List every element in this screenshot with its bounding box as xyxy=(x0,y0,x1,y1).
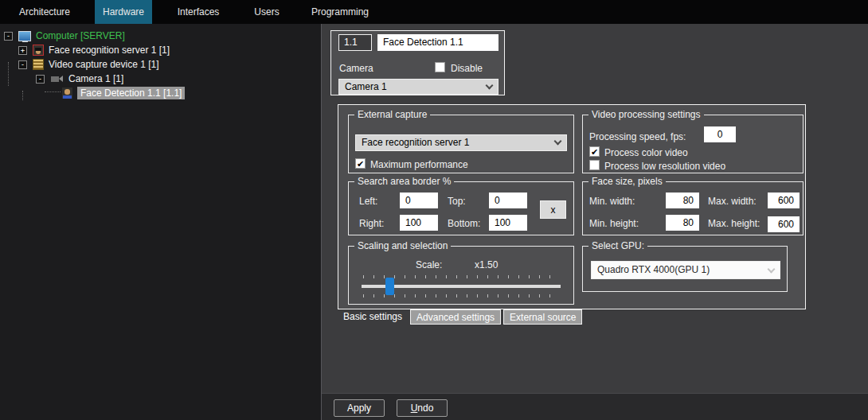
disable-checkbox[interactable] xyxy=(435,62,445,72)
gpu-select[interactable]: Quadro RTX 4000(GPU 1) xyxy=(591,261,780,279)
min-height-label: Min. height: xyxy=(589,218,639,229)
server-select-value: Face recognition server 1 xyxy=(362,137,469,148)
external-capture-server-select[interactable]: Face recognition server 1 xyxy=(355,134,567,151)
tree-guide-line xyxy=(45,91,61,92)
slider-thumb[interactable] xyxy=(385,278,394,295)
tab-interfaces[interactable]: Interfaces xyxy=(165,0,232,24)
tab-advanced-settings[interactable]: Advanced settings xyxy=(410,309,501,325)
scale-value: x1.50 xyxy=(475,259,498,270)
tree-item-video-capture-device[interactable]: - Video capture device 1 [1] xyxy=(0,57,321,72)
maximum-performance-label: Maximum performance xyxy=(370,159,468,170)
tab-architecture[interactable]: Architecture xyxy=(12,0,77,24)
collapse-icon[interactable]: - xyxy=(18,60,27,69)
bottom-label: Bottom: xyxy=(448,218,480,229)
chevron-down-icon xyxy=(486,82,494,90)
undo-mnemonic: U xyxy=(411,402,418,414)
tab-external-source[interactable]: External source xyxy=(503,309,582,325)
scaling-group: Scaling and selection Scale: x1.50 xyxy=(348,246,574,305)
tree-item-face-detection[interactable]: Face Detection 1.1 [1.1] xyxy=(0,86,321,100)
computer-icon xyxy=(18,31,31,41)
min-width-label: Min. width: xyxy=(589,196,635,207)
right-label: Right: xyxy=(359,218,384,229)
tree-item-computer[interactable]: - Computer [SERVER] xyxy=(0,29,321,43)
settings-tab-strip: Basic settings Advanced settings Externa… xyxy=(338,309,582,325)
object-name-field[interactable]: Face Detection 1.1 xyxy=(377,34,499,51)
search-area-title: Search area border % xyxy=(354,176,454,187)
tree-item-face-recognition-server[interactable]: + Face recognition server 1 [1] xyxy=(0,43,321,57)
right-field[interactable]: 100 xyxy=(400,215,438,231)
object-id-field[interactable]: 1.1 xyxy=(338,34,372,51)
scale-slider[interactable] xyxy=(362,275,561,299)
tree-item-camera[interactable]: - Camera 1 [1] xyxy=(0,72,321,86)
face-detection-icon xyxy=(62,88,72,99)
camera-icon xyxy=(50,74,64,84)
gpu-group: Select GPU: Quadro RTX 4000(GPU 1) xyxy=(582,246,788,292)
video-processing-group: Video processing settings Processing spe… xyxy=(582,115,803,173)
undo-button[interactable]: Undo xyxy=(397,399,448,417)
tree-item-label: Video capture device 1 [1] xyxy=(49,59,159,70)
apply-button[interactable]: Apply xyxy=(334,399,385,417)
tree-item-label: Computer [SERVER] xyxy=(36,30,125,41)
tab-basic-settings[interactable]: Basic settings xyxy=(338,309,408,325)
chevron-down-icon xyxy=(554,138,562,146)
undo-rest: ndo xyxy=(417,402,433,414)
process-lowres-video-label: Process low resolution video xyxy=(604,161,725,172)
object-tree: - Computer [SERVER] + Face recognition s… xyxy=(0,24,321,420)
gpu-select-value: Quadro RTX 4000(GPU 1) xyxy=(597,264,710,275)
max-width-field[interactable]: 600 xyxy=(768,192,800,208)
process-color-video-checkbox[interactable]: ✔ xyxy=(589,146,600,157)
maximum-performance-checkbox[interactable]: ✔ xyxy=(355,158,366,169)
face-size-title: Face size, pixels xyxy=(588,176,666,187)
settings-area: 1.1 Face Detection 1.1 Camera Disable Ca… xyxy=(321,24,868,420)
process-color-video-label: Process color video xyxy=(604,147,688,158)
tree-guide-line xyxy=(22,91,23,100)
processing-speed-label: Processing speed, fps: xyxy=(589,131,686,142)
min-width-field[interactable]: 80 xyxy=(666,192,699,208)
processing-speed-field[interactable]: 0 xyxy=(704,126,736,142)
camera-select[interactable]: Camera 1 xyxy=(338,79,499,95)
collapse-icon[interactable]: - xyxy=(36,75,45,84)
process-lowres-video-checkbox[interactable] xyxy=(589,160,600,170)
gpu-title: Select GPU: xyxy=(588,240,647,251)
top-label: Top: xyxy=(448,196,466,207)
disable-label: Disable xyxy=(451,63,483,74)
reset-area-button[interactable]: x xyxy=(540,200,566,219)
external-capture-title: External capture xyxy=(354,109,430,120)
external-capture-group: External capture Face recognition server… xyxy=(348,115,574,173)
face-server-icon xyxy=(33,45,44,56)
search-area-group: Search area border % Left: 0 Top: 0 x Ri… xyxy=(348,181,574,235)
basic-settings-panel: External capture Face recognition server… xyxy=(338,104,806,309)
max-width-label: Max. width: xyxy=(708,196,757,207)
tree-item-label: Face recognition server 1 [1] xyxy=(49,45,170,56)
tree-guide-line xyxy=(8,62,9,86)
action-bar: Apply Undo xyxy=(322,393,868,420)
left-field[interactable]: 0 xyxy=(400,192,438,208)
max-height-label: Max. height: xyxy=(708,218,760,229)
tab-users[interactable]: Users xyxy=(243,0,291,24)
face-size-group: Face size, pixels Min. width: 80 Max. wi… xyxy=(582,181,803,235)
tree-item-label-selected: Face Detection 1.1 [1.1] xyxy=(77,87,185,99)
expand-icon[interactable]: + xyxy=(18,46,27,55)
bottom-field[interactable]: 100 xyxy=(489,215,527,231)
left-label: Left: xyxy=(359,196,377,207)
chevron-down-icon xyxy=(768,266,776,274)
capture-device-icon xyxy=(33,59,44,70)
scale-label: Scale: xyxy=(416,259,442,270)
top-field[interactable]: 0 xyxy=(489,192,527,208)
min-height-field[interactable]: 80 xyxy=(666,215,699,231)
identity-panel: 1.1 Face Detection 1.1 Camera Disable Ca… xyxy=(330,30,505,95)
video-processing-title: Video processing settings xyxy=(588,109,704,120)
tab-hardware[interactable]: Hardware xyxy=(95,0,152,24)
camera-label: Camera xyxy=(339,63,373,74)
top-tab-bar: Architecture Hardware Interfaces Users P… xyxy=(0,0,868,24)
camera-select-value: Camera 1 xyxy=(345,81,387,92)
tree-item-label: Camera 1 [1] xyxy=(68,73,123,84)
collapse-icon[interactable]: - xyxy=(4,32,13,41)
tab-programming[interactable]: Programming xyxy=(303,0,377,24)
scaling-title: Scaling and selection xyxy=(354,240,451,251)
max-height-field[interactable]: 600 xyxy=(768,216,800,232)
